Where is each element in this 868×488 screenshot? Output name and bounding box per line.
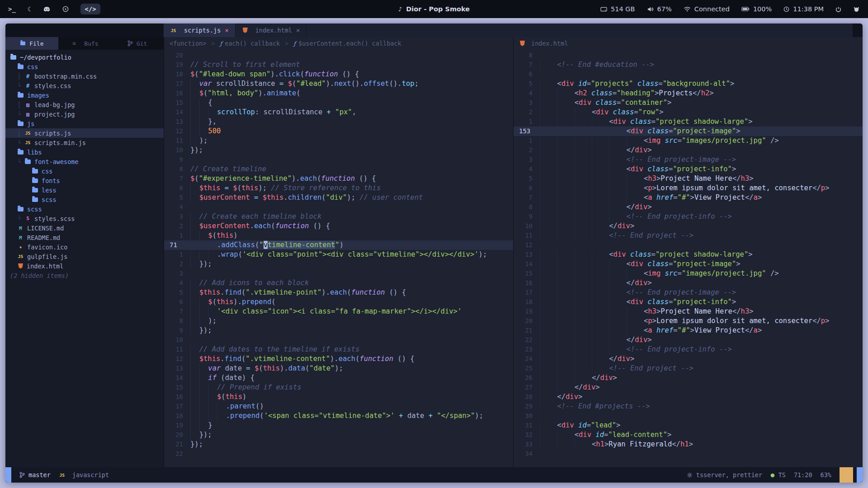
git-branch[interactable]: master: [19, 471, 51, 479]
volume-status[interactable]: 67%: [647, 5, 672, 13]
code-line[interactable]: 12$this.find(".vtimeline-content").each(…: [164, 354, 513, 364]
tree-item[interactable]: ~/devportfolio: [5, 52, 164, 62]
code-line[interactable]: 12: [514, 240, 863, 250]
code-line[interactable]: 6<p>Lorem ipsum dolor sit amet, consecte…: [514, 183, 863, 193]
code-line[interactable]: 20<p>Lorem ipsum dolor sit amet, consect…: [514, 316, 863, 326]
code-line[interactable]: 11<!-- End project -->: [514, 231, 863, 240]
code-line[interactable]: 3<div class="container">: [514, 98, 863, 108]
code-line[interactable]: 16$("html, body").animate(: [164, 89, 513, 98]
tree-item[interactable]: scss: [5, 195, 164, 204]
code-line[interactable]: 29<!-- End #projects -->: [514, 402, 863, 411]
code-line[interactable]: 9: [164, 155, 513, 164]
tree-item[interactable]: images: [5, 90, 164, 100]
code-line[interactable]: 1.wrap('<div class="point"><div class="v…: [164, 250, 513, 259]
code-line[interactable]: 22</div>: [514, 335, 863, 345]
code-line[interactable]: 10</div>: [514, 221, 863, 231]
code-line[interactable]: 3// Create each timeline block: [164, 212, 513, 221]
tab-bufs[interactable]: ≡ Bufs: [58, 37, 111, 50]
code-line[interactable]: 5<div id="projects" class="background-al…: [514, 79, 863, 89]
code-line[interactable]: 26</div>: [514, 373, 863, 383]
code-line[interactable]: 21<a href="#">View Project</a>: [514, 326, 863, 335]
code-line[interactable]: 17<!-- End project-image -->: [514, 288, 863, 297]
code-line[interactable]: 21});: [164, 440, 513, 449]
tree-item[interactable]: ★favicon.ico: [5, 242, 164, 252]
disk-status[interactable]: 514 GB: [600, 5, 635, 13]
code-line[interactable]: 71.addClass("vtimeline-content"): [164, 240, 513, 250]
power-icon[interactable]: [835, 6, 841, 12]
code-line[interactable]: 18$("#lead-down span").click(function ()…: [164, 70, 513, 79]
code-line[interactable]: 3<!-- End project-image -->: [514, 155, 863, 164]
code-line[interactable]: 15{: [164, 98, 513, 108]
code-line[interactable]: 24</div>: [514, 354, 863, 364]
close-icon[interactable]: ×: [225, 27, 228, 34]
code-line[interactable]: 11// Add dates to the timeline if exists: [164, 345, 513, 354]
code-line[interactable]: 16$(this): [164, 392, 513, 402]
tree-item[interactable]: js: [5, 119, 164, 128]
code-line[interactable]: 32<div id="lead-content">: [514, 430, 863, 440]
moon-icon[interactable]: ☾: [28, 5, 31, 13]
code-workspace-icon[interactable]: </>: [80, 4, 100, 14]
code-line[interactable]: 153<div class="project-image">: [514, 127, 863, 136]
code-line[interactable]: 33<h1>Ryan Fitzgerald</h1>: [514, 440, 863, 449]
code-line[interactable]: 13<div class="project shadow-large">: [514, 250, 863, 259]
code-line[interactable]: 31<div id="lead">: [514, 421, 863, 430]
code-line[interactable]: 15// Prepend if exists: [164, 383, 513, 392]
tree-item[interactable]: MLICENSE.md: [5, 223, 164, 233]
code-line[interactable]: 18.prepend('<span class="vtimeline-date"…: [164, 411, 513, 421]
tab-git[interactable]: Git: [111, 37, 164, 50]
battery-status[interactable]: 100%: [741, 5, 772, 13]
tab-index-html[interactable]: index.html ×: [236, 23, 307, 37]
terminal-icon[interactable]: >_: [8, 5, 16, 13]
code-line[interactable]: 2</div>: [514, 145, 863, 155]
code-line[interactable]: 3: [164, 269, 513, 278]
code-line[interactable]: 5$userContent = $this.children("div"); /…: [164, 193, 513, 202]
code-line[interactable]: 4<div class="project-info">: [514, 164, 863, 174]
code-line[interactable]: 12500: [164, 127, 513, 136]
code-area-index-html[interactable]: 87<!-- End #education -->65<div id="proj…: [514, 50, 863, 467]
now-playing[interactable]: ♪ Dior - Pop Smoke: [398, 0, 470, 18]
code-line[interactable]: 28</div>: [514, 392, 863, 402]
code-line[interactable]: 10: [164, 335, 513, 345]
code-line[interactable]: 13},: [164, 117, 513, 127]
code-line[interactable]: 7<a href="#">View Project</a>: [514, 193, 863, 202]
tray-cat-icon[interactable]: [853, 6, 860, 12]
code-line[interactable]: 17.parent(): [164, 402, 513, 411]
tree-item[interactable]: (2 hidden items): [5, 271, 164, 280]
discord-icon[interactable]: [43, 6, 51, 12]
code-line[interactable]: 2$userContent.each(function () {: [164, 221, 513, 231]
code-line[interactable]: 10});: [164, 145, 513, 155]
code-line[interactable]: 27</div>: [514, 383, 863, 392]
code-line[interactable]: 19<h3>Project Name Here</h3>: [514, 307, 863, 316]
breadcrumb-item[interactable]: index.html: [519, 40, 568, 47]
tab-scripts-js[interactable]: JS scripts.js ×: [164, 23, 236, 37]
code-line[interactable]: 25<!-- End project -->: [514, 364, 863, 373]
code-line[interactable]: 8</div>: [514, 202, 863, 212]
tree-item[interactable]: │JSscripts.js: [5, 128, 164, 138]
close-icon[interactable]: ×: [296, 27, 300, 34]
tree-item[interactable]: └#styles.css: [5, 81, 164, 90]
tree-item[interactable]: JSgulpfile.js: [5, 252, 164, 261]
code-line[interactable]: 18<div class="project-info">: [514, 297, 863, 307]
code-line[interactable]: 19// Scroll to first element: [164, 60, 513, 70]
tree-item[interactable]: └font-awesome: [5, 157, 164, 166]
code-line[interactable]: 7$("#experience-timeline").each(function…: [164, 174, 513, 183]
code-line[interactable]: 7<!-- End #education -->: [514, 60, 863, 70]
code-line[interactable]: 9<!-- End project-info -->: [514, 212, 863, 221]
code-line[interactable]: 15<img src="images/project.jpg" />: [514, 269, 863, 278]
breadcrumb-item[interactable]: ƒeach() callback: [220, 40, 280, 47]
tree-item[interactable]: fonts: [5, 176, 164, 185]
code-line[interactable]: 5<h3>Project Name Here</h3>: [514, 174, 863, 183]
tree-item[interactable]: └▨project.jpg: [5, 109, 164, 119]
code-line[interactable]: 22: [164, 449, 513, 459]
code-line[interactable]: 14scrollTop: scrollDistance + "px",: [164, 108, 513, 117]
code-line[interactable]: 5$this.find(".vtimeline-point").each(fun…: [164, 288, 513, 297]
code-line[interactable]: 8: [514, 51, 863, 60]
clock-status[interactable]: 11:38 PM: [783, 5, 824, 13]
code-line[interactable]: 20});: [164, 430, 513, 440]
tree-item[interactable]: │▨lead-bg.jpg: [5, 100, 164, 109]
code-line[interactable]: 6$this = $(this); // Store reference to …: [164, 183, 513, 193]
tree-item[interactable]: └JSscripts.min.js: [5, 138, 164, 147]
code-line[interactable]: 11);: [164, 136, 513, 145]
tree-item[interactable]: MREADME.md: [5, 233, 164, 242]
tree-item[interactable]: css: [5, 62, 164, 71]
